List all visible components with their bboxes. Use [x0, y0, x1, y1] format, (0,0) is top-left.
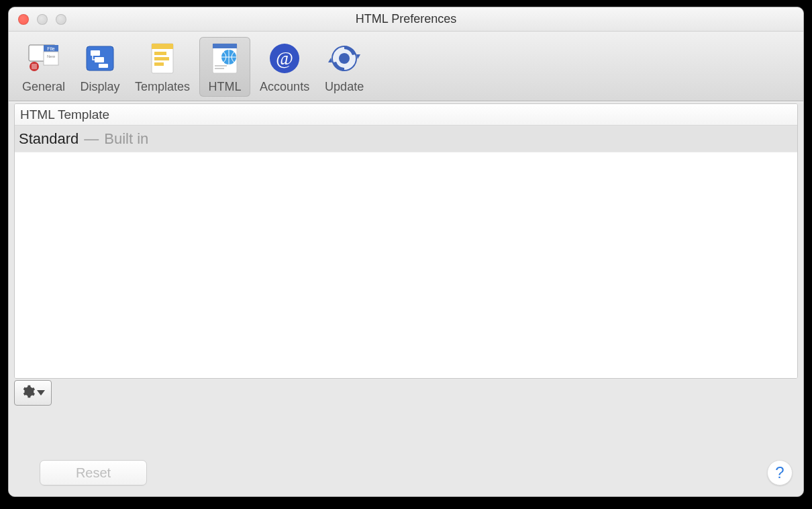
titlebar: HTML Preferences — [9, 7, 803, 32]
update-icon — [324, 38, 364, 79]
tab-label: Display — [81, 80, 120, 94]
window-title: HTML Preferences — [9, 12, 803, 26]
caret-down-icon — [37, 390, 45, 396]
template-list-body[interactable] — [15, 152, 797, 378]
tab-label: Accounts — [260, 80, 309, 94]
svg-rect-3 — [44, 52, 58, 65]
display-icon — [80, 38, 120, 79]
tab-accounts[interactable]: @ Accounts — [254, 37, 315, 97]
preferences-toolbar: File New General — [9, 32, 803, 101]
template-row[interactable]: Standard — Built in — [15, 126, 797, 152]
tab-templates[interactable]: Templates — [130, 37, 195, 97]
template-name: Standard — [19, 130, 79, 148]
list-actions — [14, 379, 798, 406]
tab-label: Update — [325, 80, 364, 94]
tab-label: General — [22, 80, 65, 94]
reset-button-label: Reset — [76, 465, 111, 481]
template-list-header[interactable]: HTML Template — [15, 104, 797, 126]
help-icon: ? — [775, 463, 784, 482]
tab-display[interactable]: Display — [74, 37, 125, 97]
svg-text:New: New — [47, 54, 56, 58]
template-list: HTML Template Standard — Built in — [14, 103, 798, 379]
tab-label: Templates — [135, 80, 190, 94]
reset-button[interactable]: Reset — [40, 460, 147, 485]
actions-menu-button[interactable] — [14, 380, 52, 406]
tab-html[interactable]: HTML — [199, 37, 250, 97]
tab-label: HTML — [209, 80, 242, 94]
tab-update[interactable]: Update — [319, 37, 370, 97]
svg-text:@: @ — [276, 48, 293, 68]
help-button[interactable]: ? — [767, 460, 793, 485]
svg-rect-13 — [154, 52, 166, 55]
svg-text:File: File — [47, 46, 54, 51]
svg-rect-20 — [215, 68, 224, 69]
svg-point-25 — [339, 53, 350, 64]
html-icon — [205, 38, 245, 79]
accounts-icon: @ — [264, 38, 305, 79]
general-icon: File New — [23, 38, 64, 79]
svg-rect-9 — [95, 57, 104, 62]
separator: — — [84, 130, 99, 148]
svg-rect-15 — [154, 62, 164, 66]
preferences-window: HTML Preferences File New General — [8, 7, 804, 497]
svg-rect-6 — [32, 64, 37, 69]
svg-rect-12 — [152, 44, 173, 49]
footer: Reset ? — [9, 453, 803, 496]
template-meta: Built in — [104, 130, 148, 148]
tab-general[interactable]: File New General — [17, 37, 70, 97]
svg-rect-10 — [99, 64, 108, 68]
svg-rect-17 — [213, 44, 237, 48]
svg-rect-19 — [215, 65, 227, 66]
templates-icon — [142, 38, 183, 79]
svg-rect-14 — [154, 57, 169, 60]
content-area: HTML Template Standard — Built in — [9, 101, 803, 496]
gear-icon — [21, 384, 36, 402]
